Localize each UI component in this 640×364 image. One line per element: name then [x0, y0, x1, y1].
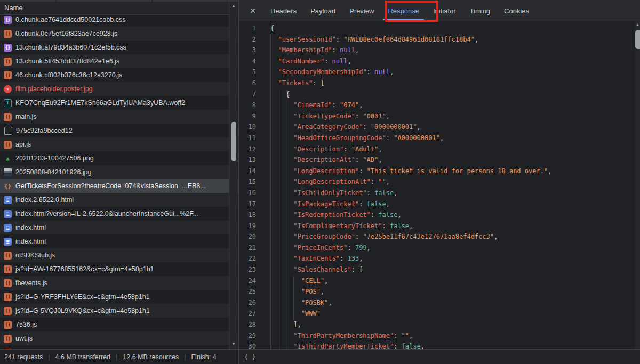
- network-request-row[interactable]: ✕film.placeholder.poster.jpg: [0, 82, 238, 96]
- indent-guide: [278, 221, 285, 232]
- network-request-row[interactable]: ()0.chunk.0e75ef16f823ae7ce928.js: [0, 27, 238, 41]
- details-tab-bar: ✕ HeadersPayloadPreviewResponseInitiator…: [239, 0, 640, 21]
- scroll-up-icon[interactable]: ▲: [635, 22, 640, 26]
- indent-guide: [278, 209, 285, 221]
- line-number: 22: [239, 253, 263, 264]
- line-number: 2: [239, 34, 263, 45]
- network-request-row[interactable]: ()js?id=AW-16776855162&cx=c&gtm=4e58p1h1: [0, 262, 238, 276]
- network-request-row[interactable]: ()fbevents.js: [0, 276, 238, 290]
- indent-guide: [286, 188, 293, 199]
- tab-timing[interactable]: Timing: [463, 0, 498, 21]
- indent-guide: [286, 308, 293, 319]
- request-list-scrollbar[interactable]: ▲ ▼: [229, 2, 238, 349]
- network-request-row[interactable]: ()46.chunk.cf002b376c36c12a3270.js: [0, 68, 238, 82]
- indent-guide: [270, 56, 278, 67]
- tab-preview[interactable]: Preview: [342, 0, 381, 21]
- code-line: 22"TaxInCents": 133,: [239, 253, 635, 264]
- indent-guide: [286, 330, 293, 342]
- scrollbar-thumb[interactable]: [635, 30, 640, 49]
- scrollbar-thumb[interactable]: [231, 122, 236, 161]
- code-line-content: "HeadOfficeGroupingCode": "A000000001",: [263, 133, 444, 144]
- code-line-content: "AreaCategoryCode": "0000000001",: [263, 122, 421, 133]
- indent-guide: [270, 209, 278, 221]
- network-request-row[interactable]: ≡index.html: [0, 234, 238, 248]
- code-line-content: {: [263, 89, 290, 100]
- code-line: 1{: [239, 23, 635, 34]
- code-line-content: "IsChildOnlyTicket": false,: [263, 188, 397, 199]
- request-name: otSDKStub.js: [15, 252, 63, 259]
- indent-guide: [270, 89, 278, 100]
- indent-guide: [270, 155, 278, 166]
- request-name: 13.chunk.5ff453ddf378d842e1e6.js: [15, 58, 128, 65]
- code-line-content: "IsPackageTicket": false,: [263, 199, 390, 210]
- network-request-row[interactable]: ()js?id=G-YRF3FHLY6E&cx=c&gtm=4e58p1h1: [0, 290, 238, 304]
- request-name: KFO7CnqEu92Fr1ME7kSn66aGLdTylUAMa3yUBA.w…: [15, 99, 194, 107]
- code-line-content: "LongDescription": "This ticket is valid…: [263, 166, 551, 177]
- code-line: 6"Tickets": [: [239, 78, 635, 89]
- tab-response[interactable]: Response: [381, 0, 426, 21]
- network-request-row[interactable]: 20250808-042101926.jpg: [0, 165, 238, 179]
- indent-guide: [270, 253, 278, 264]
- indent-guide: [270, 176, 278, 188]
- network-request-row[interactable]: 975c92fa9bcced12: [0, 124, 238, 137]
- line-number: 8: [239, 100, 263, 111]
- indent-guide: [270, 319, 278, 330]
- code-line: 21"PriceInCents": 799,: [239, 242, 635, 254]
- line-number: 12: [239, 144, 263, 155]
- code-line: 25"POS",: [239, 286, 635, 297]
- network-request-row[interactable]: TKFO7CnqEu92Fr1ME7kSn66aGLdTylUAMa3yUBA.…: [0, 96, 238, 110]
- name-column-header[interactable]: Name: [0, 2, 238, 15]
- line-number: 7: [239, 89, 263, 100]
- network-request-row[interactable]: ≡index.html: [0, 221, 238, 234]
- tab-cookies[interactable]: Cookies: [497, 0, 536, 21]
- indent-guide: [286, 176, 293, 188]
- format-braces-icon[interactable]: { }: [244, 353, 256, 361]
- code-line-content: "ThirdPartyMembershipName": "",: [263, 330, 413, 342]
- html-file-icon: ≡: [4, 196, 12, 204]
- indent-guide: [278, 89, 285, 100]
- network-request-row[interactable]: ()13.chunk.5ff453ddf378d842e1e6.js: [0, 54, 238, 68]
- network-request-row[interactable]: ()main.js: [0, 110, 238, 124]
- network-request-row[interactable]: ()js?id=G-5VQJ0L9VKQ&cx=c&gtm=4e58p1h1: [0, 304, 238, 318]
- network-request-row[interactable]: {}GetTicketsForSession?theatreCode=074&v…: [0, 179, 238, 193]
- tab-payload[interactable]: Payload: [303, 0, 342, 21]
- network-request-row[interactable]: {}0.chunk.ae7641ddccd50021cobb.css: [0, 15, 238, 27]
- indent-guide: [270, 276, 278, 287]
- request-details-panel: ✕ HeadersPayloadPreviewResponseInitiator…: [239, 0, 640, 364]
- line-number: 29: [239, 330, 263, 342]
- code-line: 5"SecondaryMembershipId": null,: [239, 67, 635, 78]
- network-request-row[interactable]: ()otSDKStub.js: [0, 248, 238, 262]
- tab-headers[interactable]: Headers: [263, 0, 303, 21]
- network-request-row[interactable]: ≡index.2.6522.0.html: [0, 193, 238, 207]
- response-code[interactable]: 1{2"userSessionId": "RWEB8ec0ef864d84961…: [239, 21, 635, 349]
- code-line-content: {: [263, 23, 274, 34]
- indent-guide: [278, 122, 285, 133]
- network-request-row[interactable]: ≡index.html?version=IL-2.6522.0&launcher…: [0, 207, 238, 221]
- network-request-row[interactable]: ()uwt.js: [0, 331, 238, 345]
- tab-initiator[interactable]: Initiator: [426, 0, 463, 21]
- request-name: main.js: [15, 113, 45, 120]
- code-line-content: "IsComplimentaryTicket": false,: [263, 221, 413, 232]
- network-request-row[interactable]: ()api.js: [0, 137, 238, 151]
- network-request-row[interactable]: ()js?id=C2BUDCVM7ZEMTE9LNER%2FO: [0, 345, 238, 349]
- scroll-up-icon[interactable]: ▲: [229, 3, 238, 10]
- code-line-content: "userSessionId": "RWEB8ec0ef864d84961d08…: [263, 34, 478, 45]
- code-line-content: "MembershipId": null,: [263, 45, 359, 56]
- line-number: 13: [239, 155, 263, 166]
- response-scrollbar[interactable]: ▲: [635, 21, 640, 349]
- network-request-row[interactable]: {}13.chunk.af79d34a3b6071c2ef5b.css: [0, 41, 238, 54]
- code-line: 27"WWW": [239, 308, 635, 319]
- scroll-down-icon[interactable]: ▼: [229, 341, 238, 348]
- indent-guide: [286, 242, 293, 254]
- indent-guide: [270, 45, 278, 56]
- line-number: 23: [239, 264, 263, 276]
- network-request-row[interactable]: ()7536.js: [0, 318, 238, 331]
- network-request-row[interactable]: ▲20201203-100427506.png: [0, 151, 238, 165]
- indent-guide: [286, 264, 293, 276]
- code-line: 29"ThirdPartyMembershipName": "",: [239, 330, 635, 342]
- code-line: 15"LongDescriptionAlt": "",: [239, 176, 635, 188]
- code-line: 10"AreaCategoryCode": "0000000001",: [239, 122, 635, 133]
- line-number: 30: [239, 341, 263, 349]
- close-icon[interactable]: ✕: [245, 6, 260, 15]
- indent-guide: [270, 308, 278, 319]
